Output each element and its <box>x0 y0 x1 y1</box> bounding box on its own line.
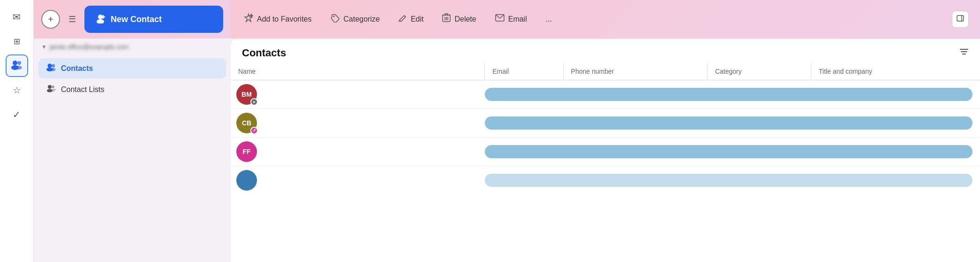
table-row[interactable]: FF <box>231 138 980 166</box>
contacts-icon <box>11 60 23 72</box>
row-data-bar <box>485 138 980 166</box>
categorize-label: Categorize <box>344 15 380 23</box>
calendar-nav-button[interactable]: ⊞ <box>6 30 28 53</box>
nav-item-contact-lists[interactable]: Contact Lists <box>38 79 226 100</box>
more-icon: ... <box>546 15 552 23</box>
row-data-bar <box>485 109 980 138</box>
sidebar-nav: Contacts Contact Lists <box>34 55 231 102</box>
avatar: FF <box>236 141 257 162</box>
svg-point-3 <box>16 66 22 69</box>
calendar-icon: ⊞ <box>14 37 20 46</box>
svg-rect-30 <box>957 15 964 21</box>
add-button[interactable]: + <box>41 10 60 29</box>
chevron-down-icon: ▼ <box>41 44 47 50</box>
email-button[interactable]: Email <box>493 10 529 28</box>
add-to-favorites-button[interactable]: Add to Favorites <box>242 9 314 29</box>
svg-point-14 <box>47 89 53 92</box>
sidebar-header: + ☰ New Contact <box>34 0 231 39</box>
svg-point-11 <box>51 68 56 71</box>
nav-item-contacts[interactable]: Contacts <box>38 58 226 78</box>
checkmark-icon: ✓ <box>13 109 21 120</box>
svg-line-22 <box>399 20 400 22</box>
table-row[interactable] <box>231 166 980 195</box>
categorize-button[interactable]: Categorize <box>329 9 382 29</box>
mail-nav-button[interactable]: ✉ <box>6 6 28 28</box>
svg-point-12 <box>48 85 52 89</box>
svg-rect-16 <box>52 91 55 92</box>
contacts-table: Name Email Phone number Category Title a… <box>231 63 980 194</box>
trash-icon <box>442 13 451 25</box>
email-label: Email <box>508 15 527 23</box>
svg-point-5 <box>97 19 104 23</box>
sidebar: + ☰ New Contact ▼ jamie.office@example.c… <box>34 0 231 262</box>
svg-point-0 <box>13 61 17 65</box>
sidebar-account: ▼ jamie.office@example.com <box>34 39 231 55</box>
row-data-bar <box>485 166 980 195</box>
col-email: Email <box>485 63 563 80</box>
avatar-badge-remove: × <box>250 98 258 106</box>
delete-button[interactable]: Delete <box>440 9 478 29</box>
favorites-nav-button[interactable]: ☆ <box>6 79 28 101</box>
edit-button[interactable]: Edit <box>397 10 426 28</box>
mail-icon: ✉ <box>13 11 21 23</box>
avatar: BM × <box>236 84 257 105</box>
table-row[interactable]: BM × <box>231 80 980 109</box>
avatar-initials: FF <box>242 148 250 155</box>
edit-icon <box>399 14 407 24</box>
icon-rail: ✉ ⊞ ☆ ✓ <box>0 0 34 262</box>
col-phone: Phone number <box>563 63 707 80</box>
email-icon <box>495 14 505 24</box>
svg-point-13 <box>52 85 54 88</box>
name-cell <box>231 166 485 195</box>
svg-point-1 <box>17 61 21 65</box>
add-to-favorites-label: Add to Favorites <box>257 15 312 23</box>
avatar-initials: BM <box>241 91 252 98</box>
avatar-badge-link: ↺ <box>250 127 258 134</box>
page-title: Contacts <box>242 47 286 59</box>
svg-line-21 <box>404 15 406 17</box>
avatar: CB ↺ <box>236 113 257 133</box>
more-button[interactable]: ... <box>544 11 554 27</box>
collapse-panel-button[interactable] <box>952 11 969 28</box>
col-category: Category <box>707 63 811 80</box>
row-data-bar <box>485 80 980 109</box>
avatar-initials: CB <box>242 119 251 127</box>
contacts-nav-label: Contacts <box>61 64 93 73</box>
edit-label: Edit <box>411 15 424 23</box>
delete-label: Delete <box>454 15 476 23</box>
main-area: Add to Favorites Categorize Edit <box>231 0 980 262</box>
filter-icon[interactable] <box>959 48 969 58</box>
new-contact-button[interactable]: New Contact <box>84 6 223 33</box>
contact-lists-nav-label: Contact Lists <box>61 85 104 94</box>
hamburger-button[interactable]: ☰ <box>64 11 81 28</box>
name-cell: BM × <box>231 80 485 109</box>
tasks-nav-button[interactable]: ✓ <box>6 103 28 126</box>
col-title-company: Title and company <box>811 63 980 80</box>
star-icon: ☆ <box>13 85 21 96</box>
add-to-favorites-icon <box>244 13 253 25</box>
content-header: Contacts <box>231 39 980 59</box>
categorize-icon <box>331 13 340 25</box>
name-cell: FF <box>231 138 485 166</box>
svg-point-20 <box>333 16 334 17</box>
svg-point-9 <box>52 64 55 68</box>
new-contact-label: New Contact <box>111 15 162 24</box>
table-row[interactable]: CB ↺ <box>231 109 980 138</box>
avatar <box>236 170 257 191</box>
contact-lists-nav-icon <box>46 84 56 95</box>
svg-rect-25 <box>445 14 448 15</box>
svg-rect-15 <box>52 89 56 90</box>
content-area: Contacts Name Email <box>231 39 980 262</box>
toolbar: Add to Favorites Categorize Edit <box>231 0 980 39</box>
name-cell: CB ↺ <box>231 109 485 138</box>
svg-point-8 <box>48 64 52 68</box>
table-header-row: Name Email Phone number Category Title a… <box>231 63 980 80</box>
col-name: Name <box>231 63 485 80</box>
collapse-icon <box>957 15 964 23</box>
person-plus-icon <box>96 13 106 26</box>
contacts-nav-button[interactable] <box>6 54 28 77</box>
contacts-nav-icon <box>46 63 56 74</box>
account-email: jamie.office@example.com <box>50 43 128 51</box>
